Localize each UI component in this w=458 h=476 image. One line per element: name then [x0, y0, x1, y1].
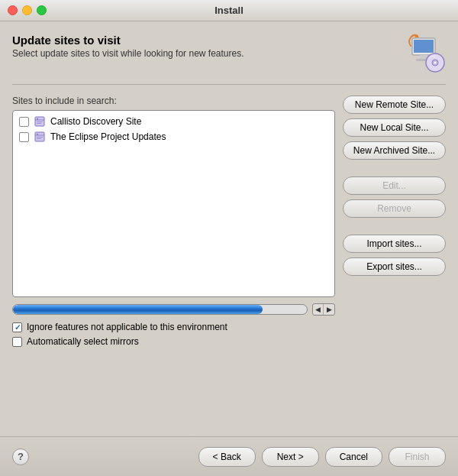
new-archived-site-button[interactable]: New Archived Site... [343, 141, 446, 160]
header-svg-icon [406, 34, 446, 73]
scroll-right-button[interactable]: ▶ [324, 304, 334, 315]
site-name-callisto: Callisto Discovery Site [50, 116, 141, 127]
sites-label: Sites to include in search: [12, 96, 335, 106]
progress-scroll-controls[interactable]: ◀ ▶ [312, 303, 335, 316]
back-button[interactable]: < Back [198, 447, 256, 467]
site-checkbox-eclipse[interactable] [19, 132, 29, 142]
button-spacer [343, 164, 446, 172]
cancel-button[interactable]: Cancel [325, 447, 382, 467]
maximize-button[interactable] [37, 5, 47, 15]
svg-rect-10 [37, 118, 38, 120]
bottom-left: ? [12, 448, 29, 465]
window-controls [8, 5, 47, 15]
svg-point-6 [434, 62, 437, 64]
ignore-features-checkbox[interactable] [12, 322, 22, 332]
page-subtitle: Select update sites to visit while looki… [12, 48, 244, 59]
close-button[interactable] [8, 5, 18, 15]
progress-bar-fill [13, 305, 263, 314]
ignore-features-label: Ignore features not applicable to this e… [27, 322, 227, 332]
sites-panel: Sites to include in search: Callisto Di [12, 96, 335, 351]
main-content: Update sites to visit Select update site… [0, 21, 458, 436]
site-name-eclipse: The Eclipse Project Updates [50, 131, 166, 142]
window-title: Install [214, 5, 244, 16]
edit-button[interactable]: Edit... [343, 176, 446, 195]
bottom-right: < Back Next > Cancel Finish [198, 447, 446, 467]
titlebar: Install [0, 0, 458, 21]
svg-rect-16 [37, 137, 43, 138]
svg-rect-2 [420, 55, 427, 59]
auto-select-row: Automatically select mirrors [12, 336, 335, 347]
page-title: Update sites to visit [12, 34, 244, 47]
section-divider [12, 84, 446, 85]
import-sites-button[interactable]: Import sites... [343, 235, 446, 253]
export-sites-button[interactable]: Export sites... [343, 257, 446, 276]
install-icon [406, 34, 446, 73]
auto-select-label: Automatically select mirrors [27, 336, 139, 347]
button-spacer-2 [343, 222, 446, 230]
finish-button[interactable]: Finish [389, 447, 446, 467]
help-button[interactable]: ? [12, 448, 29, 465]
svg-rect-1 [414, 40, 434, 53]
site-checkbox-callisto[interactable] [19, 117, 29, 127]
header-area: Update sites to visit Select update site… [12, 34, 446, 73]
bottom-bar: ? < Back Next > Cancel Finish [0, 436, 458, 476]
right-buttons-panel: New Remote Site... New Local Site... New… [343, 96, 446, 351]
svg-rect-15 [37, 134, 38, 135]
body-area: Sites to include in search: Callisto Di [12, 96, 446, 351]
svg-rect-11 [37, 121, 43, 122]
new-remote-site-button[interactable]: New Remote Site... [343, 96, 446, 114]
list-item[interactable]: Callisto Discovery Site [15, 114, 333, 129]
svg-rect-17 [37, 138, 41, 139]
new-local-site-button[interactable]: New Local Site... [343, 118, 446, 137]
ignore-features-row: Ignore features not applicable to this e… [12, 322, 335, 332]
auto-select-checkbox[interactable] [12, 337, 22, 347]
remove-button[interactable]: Remove [343, 199, 446, 218]
site-icon-callisto [34, 115, 46, 128]
svg-rect-12 [37, 123, 41, 124]
sites-list[interactable]: Callisto Discovery Site The Eclipse P [12, 110, 335, 297]
site-icon-eclipse [34, 131, 46, 143]
scroll-left-button[interactable]: ◀ [313, 304, 324, 315]
next-button[interactable]: Next > [262, 447, 319, 467]
minimize-button[interactable] [22, 5, 32, 15]
progress-bar [12, 304, 308, 315]
header-text: Update sites to visit Select update site… [12, 34, 244, 59]
list-item[interactable]: The Eclipse Project Updates [15, 129, 333, 144]
options-area: Ignore features not applicable to this e… [12, 322, 335, 347]
progress-area: ◀ ▶ [12, 303, 335, 316]
